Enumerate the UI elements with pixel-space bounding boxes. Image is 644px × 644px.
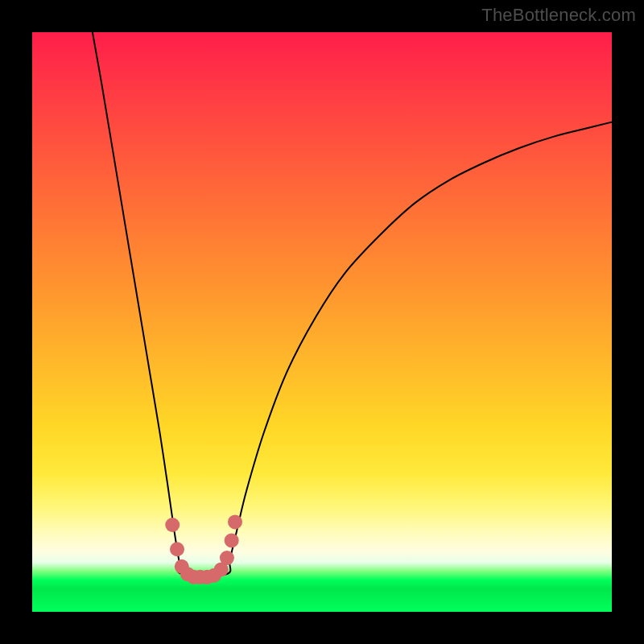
highlight-dot	[228, 514, 242, 529]
highlight-dots-group	[165, 514, 242, 584]
chart-frame: TheBottleneck.com	[0, 0, 644, 644]
highlight-dot	[220, 551, 234, 565]
highlight-dot	[225, 533, 239, 547]
watermark-text: TheBottleneck.com	[481, 5, 636, 26]
highlight-dot	[165, 518, 180, 532]
plot-area	[32, 32, 612, 612]
curve-layer	[32, 32, 612, 612]
main-curve-path	[93, 32, 612, 576]
highlight-dot	[170, 542, 184, 556]
